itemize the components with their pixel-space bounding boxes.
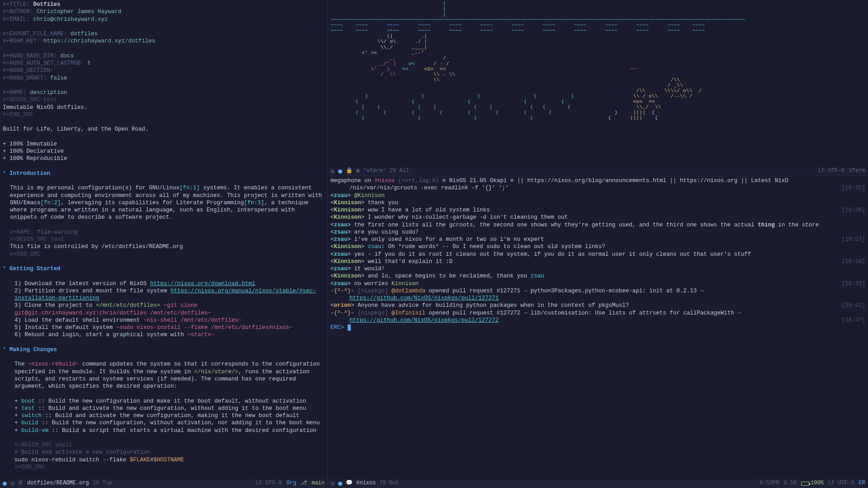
message-text: no worries <box>354 281 392 287</box>
op-desc: :: Build and activate the new configurat… <box>45 413 300 419</box>
org-title-kw: #+TITLE: <box>3 1 30 8</box>
op-name: test <box>21 405 35 412</box>
org-desc-body: Immutable NixOS dotfiles. <box>3 104 325 111</box>
org-begin-src: #+BEGIN_SRC text <box>3 236 325 243</box>
org-hugo-base-kw: #+HUGO_BASE_DIR: <box>3 53 57 59</box>
org-hugo-lastmod: t <box>88 60 91 66</box>
heading-introduction[interactable]: Introduction <box>9 170 50 177</box>
gs-step: 1) Download the latest version of NixOS <box>14 281 150 287</box>
nick[interactable]: {^-^} <box>334 310 351 316</box>
op-name: boot <box>21 398 35 404</box>
org-name-kw: #+NAME: <box>3 89 27 96</box>
nick[interactable]: orion <box>334 302 351 309</box>
nick[interactable]: zsau <box>334 229 348 235</box>
heading-making-changes[interactable]: Making Changes <box>9 347 57 353</box>
workspace-dot-icon[interactable] <box>10 482 14 486</box>
org-hugo-draft-kw: #+HUGO_DRAFT: <box>3 75 47 81</box>
link[interactable]: https://nixos.org/download.html <box>150 281 255 287</box>
erc-pane[interactable]: megaphone on #nixos (+nrt,lag:0) ❄ NixOS… <box>328 176 868 488</box>
org-hugo-base: docs <box>61 53 74 59</box>
erc-topic: /nix/var/nix/gcroots -exec readlink -f '… <box>349 185 509 191</box>
timestamp: [18:39] <box>841 280 865 287</box>
link[interactable]: https://github.com/NixOS/nixpkgs/pull/12… <box>349 295 499 301</box>
heading-getting-started[interactable]: Getting Started <box>9 266 61 272</box>
op-name: build <box>21 420 38 426</box>
buffer-name[interactable]: *vterm* <box>363 168 386 175</box>
org-end-src: #+END_SRC <box>3 251 325 258</box>
nick[interactable]: zsau <box>334 281 348 287</box>
nick[interactable]: Kinnison <box>334 200 361 206</box>
mention[interactable]: @Kinnison <box>354 192 385 199</box>
channel-name[interactable]: #nixos <box>375 178 395 184</box>
org-modeline: 🗎 dotfiles/README.org 28 Top LF UTF-8 Or… <box>0 479 327 488</box>
timestamp: [18:38] <box>841 258 865 265</box>
shell-var: $HOSTNAME <box>154 457 184 463</box>
buffer-name[interactable]: #nixos <box>356 480 376 487</box>
nick[interactable]: zsau <box>334 251 348 258</box>
message-text: thank you <box>368 200 399 206</box>
mention[interactable]: zsau <box>368 244 382 250</box>
vterm-modeline: 🔒 ▣ *vterm* 29 All LF UTF-8 VTerm <box>328 167 868 176</box>
buffer-name[interactable]: dotfiles/README.org <box>27 480 89 487</box>
org-title: Dotfiles <box>33 1 61 8</box>
erc-topic: (+nrt,lag:0) <box>395 178 443 184</box>
org-bullet: + 100% Declarative <box>3 148 325 155</box>
nick[interactable]: zsau <box>334 266 348 272</box>
cursor-position: 28 Top <box>93 480 112 487</box>
git-branch[interactable]: main <box>311 480 325 487</box>
link[interactable]: https://github.com/NixOS/nixpkgs/pull/12… <box>349 317 499 324</box>
erc-topic: NixOS 21.05 Okapi <box>446 178 510 184</box>
workspace-dot-icon[interactable] <box>338 482 342 486</box>
battery-pct: 100% <box>811 480 824 487</box>
mention[interactable]: zsau <box>531 273 544 279</box>
nick[interactable]: Kinnison <box>334 207 361 213</box>
star-icon: * <box>3 170 6 177</box>
workspace-dot-icon[interactable] <box>3 482 7 486</box>
nick[interactable]: Kinnison <box>334 214 361 221</box>
nick[interactable]: Kinnison <box>334 258 361 265</box>
workspace-dot-icon[interactable] <box>330 482 335 486</box>
op-desc: :: Build a script that starts a virtual … <box>52 427 316 434</box>
footnote-ref[interactable]: [fn:3] <box>244 200 264 206</box>
git-branch-icon: ⎇ <box>301 480 307 487</box>
message-text: wow I have a lot of old system links <box>368 207 490 213</box>
mention[interactable]: @dotlambda <box>392 288 425 294</box>
nick[interactable]: zsau <box>334 222 348 228</box>
workspace-dot-icon[interactable] <box>338 169 342 174</box>
gs-step: 3) Clone the project to <box>14 302 96 309</box>
vterm-pane[interactable]: | | | ~~~~~~~~~~~~~~~~~~~~~~~~~~~~~~~~~~… <box>328 0 868 176</box>
terminal-icon: ▣ <box>356 168 359 175</box>
mention[interactable]: @Infinisil <box>392 310 425 316</box>
org-bullet: + 100% Reproducible <box>3 155 325 162</box>
erc-topic: || https://nixos.org/blog/announcements.… <box>514 178 788 184</box>
message-text: : Oh *rude words* -- Do I need sudo to c… <box>382 244 605 250</box>
star-icon: * <box>3 266 6 272</box>
clock: 6:53PM <box>760 480 779 487</box>
message-text: thing <box>758 222 775 228</box>
nick[interactable]: zsau <box>334 192 348 199</box>
nick[interactable]: Kinnison <box>334 244 361 250</box>
org-buffer-pane[interactable]: #+TITLE: Dotfiles #+AUTHOR: Christopher … <box>0 0 328 488</box>
org-name-warn: file-warning <box>37 229 78 235</box>
battery-indicator: 100% <box>801 480 824 487</box>
message-text: [nixpkgs] <box>358 310 392 316</box>
op-desc: :: Build the new configuration, without … <box>42 420 320 426</box>
inline-code: ~nix-shell /mnt/etc/dotfiles~ <box>143 317 242 324</box>
inline-code: ~startx~ <box>188 332 215 338</box>
inline-code: =/nix/store/= <box>194 369 239 375</box>
intro-text: This is my personal configuration(s) for… <box>10 185 179 191</box>
workspace-dot-icon[interactable] <box>330 169 335 174</box>
footnote-ref[interactable]: [fn:1] <box>179 185 200 191</box>
footnote-ref[interactable]: [fn:2] <box>41 200 61 206</box>
org-hugo-lastmod-kw: #+HUGO_AUTO_SET_LASTMOD: <box>3 60 84 66</box>
nick[interactable]: Kinnison <box>334 273 361 279</box>
mention[interactable]: Kinnison <box>392 281 419 287</box>
cursor-position: 29 All <box>390 168 409 175</box>
org-hugo-draft: false <box>50 75 67 81</box>
mc-text: The <box>14 361 28 367</box>
message-text: opened pull request #127271 → python3Pac… <box>425 288 707 294</box>
nick[interactable]: {^-^} <box>334 288 351 294</box>
nick[interactable]: zsau <box>334 236 348 243</box>
major-mode: VTerm <box>849 168 865 175</box>
timestamp: [18:47] <box>841 317 865 324</box>
